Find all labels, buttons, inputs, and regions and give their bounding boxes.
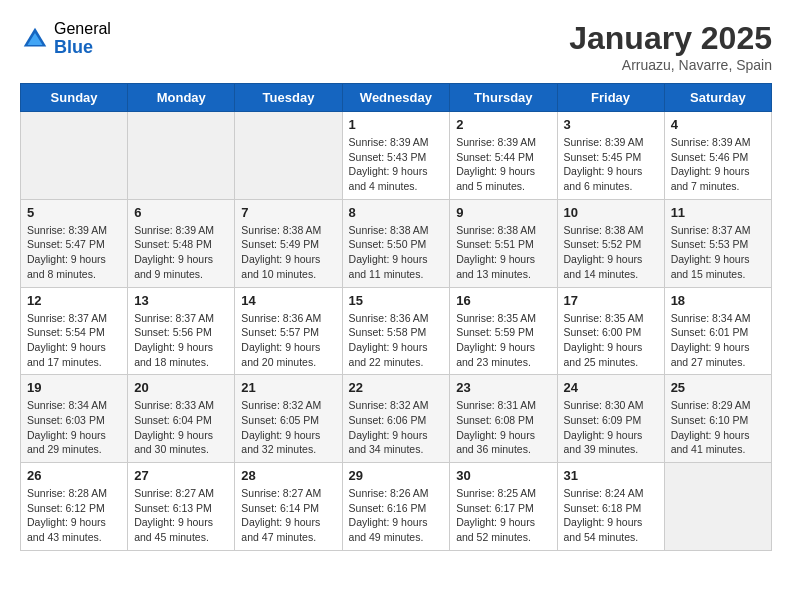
calendar-cell: 25 Sunrise: 8:29 AM Sunset: 6:10 PM Dayl… [664, 375, 771, 463]
day-number: 1 [349, 117, 444, 132]
day-info: Sunrise: 8:34 AM Sunset: 6:01 PM Dayligh… [671, 311, 765, 370]
weekday-header: Sunday [21, 84, 128, 112]
day-number: 2 [456, 117, 550, 132]
day-number: 29 [349, 468, 444, 483]
calendar-cell: 7 Sunrise: 8:38 AM Sunset: 5:49 PM Dayli… [235, 199, 342, 287]
calendar-cell: 16 Sunrise: 8:35 AM Sunset: 5:59 PM Dayl… [450, 287, 557, 375]
day-info: Sunrise: 8:34 AM Sunset: 6:03 PM Dayligh… [27, 398, 121, 457]
logo-blue: Blue [54, 38, 111, 58]
day-info: Sunrise: 8:39 AM Sunset: 5:43 PM Dayligh… [349, 135, 444, 194]
day-number: 31 [564, 468, 658, 483]
day-number: 19 [27, 380, 121, 395]
day-number: 10 [564, 205, 658, 220]
day-number: 24 [564, 380, 658, 395]
day-info: Sunrise: 8:35 AM Sunset: 6:00 PM Dayligh… [564, 311, 658, 370]
calendar-cell: 2 Sunrise: 8:39 AM Sunset: 5:44 PM Dayli… [450, 112, 557, 200]
day-info: Sunrise: 8:36 AM Sunset: 5:57 PM Dayligh… [241, 311, 335, 370]
calendar-cell: 20 Sunrise: 8:33 AM Sunset: 6:04 PM Dayl… [128, 375, 235, 463]
day-number: 23 [456, 380, 550, 395]
day-info: Sunrise: 8:27 AM Sunset: 6:13 PM Dayligh… [134, 486, 228, 545]
title-block: January 2025 Arruazu, Navarre, Spain [569, 20, 772, 73]
day-info: Sunrise: 8:37 AM Sunset: 5:56 PM Dayligh… [134, 311, 228, 370]
calendar-week-row: 12 Sunrise: 8:37 AM Sunset: 5:54 PM Dayl… [21, 287, 772, 375]
day-number: 16 [456, 293, 550, 308]
day-info: Sunrise: 8:39 AM Sunset: 5:44 PM Dayligh… [456, 135, 550, 194]
calendar-cell: 19 Sunrise: 8:34 AM Sunset: 6:03 PM Dayl… [21, 375, 128, 463]
calendar-cell: 23 Sunrise: 8:31 AM Sunset: 6:08 PM Dayl… [450, 375, 557, 463]
day-info: Sunrise: 8:39 AM Sunset: 5:48 PM Dayligh… [134, 223, 228, 282]
logo: General Blue [20, 20, 111, 57]
calendar-cell: 6 Sunrise: 8:39 AM Sunset: 5:48 PM Dayli… [128, 199, 235, 287]
day-number: 30 [456, 468, 550, 483]
day-number: 3 [564, 117, 658, 132]
weekday-header: Friday [557, 84, 664, 112]
day-info: Sunrise: 8:37 AM Sunset: 5:53 PM Dayligh… [671, 223, 765, 282]
day-info: Sunrise: 8:38 AM Sunset: 5:51 PM Dayligh… [456, 223, 550, 282]
calendar-cell [21, 112, 128, 200]
weekday-header-row: SundayMondayTuesdayWednesdayThursdayFrid… [21, 84, 772, 112]
calendar-cell: 18 Sunrise: 8:34 AM Sunset: 6:01 PM Dayl… [664, 287, 771, 375]
day-number: 26 [27, 468, 121, 483]
calendar-week-row: 26 Sunrise: 8:28 AM Sunset: 6:12 PM Dayl… [21, 463, 772, 551]
calendar-week-row: 5 Sunrise: 8:39 AM Sunset: 5:47 PM Dayli… [21, 199, 772, 287]
day-info: Sunrise: 8:25 AM Sunset: 6:17 PM Dayligh… [456, 486, 550, 545]
day-number: 21 [241, 380, 335, 395]
calendar-cell: 17 Sunrise: 8:35 AM Sunset: 6:00 PM Dayl… [557, 287, 664, 375]
day-info: Sunrise: 8:37 AM Sunset: 5:54 PM Dayligh… [27, 311, 121, 370]
calendar-cell [128, 112, 235, 200]
calendar-week-row: 1 Sunrise: 8:39 AM Sunset: 5:43 PM Dayli… [21, 112, 772, 200]
calendar-cell: 8 Sunrise: 8:38 AM Sunset: 5:50 PM Dayli… [342, 199, 450, 287]
day-info: Sunrise: 8:28 AM Sunset: 6:12 PM Dayligh… [27, 486, 121, 545]
day-number: 6 [134, 205, 228, 220]
calendar-cell: 30 Sunrise: 8:25 AM Sunset: 6:17 PM Dayl… [450, 463, 557, 551]
day-info: Sunrise: 8:36 AM Sunset: 5:58 PM Dayligh… [349, 311, 444, 370]
calendar-cell: 29 Sunrise: 8:26 AM Sunset: 6:16 PM Dayl… [342, 463, 450, 551]
calendar-cell: 22 Sunrise: 8:32 AM Sunset: 6:06 PM Dayl… [342, 375, 450, 463]
calendar-cell: 28 Sunrise: 8:27 AM Sunset: 6:14 PM Dayl… [235, 463, 342, 551]
calendar-cell: 4 Sunrise: 8:39 AM Sunset: 5:46 PM Dayli… [664, 112, 771, 200]
day-number: 7 [241, 205, 335, 220]
day-info: Sunrise: 8:33 AM Sunset: 6:04 PM Dayligh… [134, 398, 228, 457]
calendar-week-row: 19 Sunrise: 8:34 AM Sunset: 6:03 PM Dayl… [21, 375, 772, 463]
day-number: 5 [27, 205, 121, 220]
day-number: 11 [671, 205, 765, 220]
day-info: Sunrise: 8:29 AM Sunset: 6:10 PM Dayligh… [671, 398, 765, 457]
calendar-cell: 10 Sunrise: 8:38 AM Sunset: 5:52 PM Dayl… [557, 199, 664, 287]
calendar-cell [235, 112, 342, 200]
calendar-cell: 21 Sunrise: 8:32 AM Sunset: 6:05 PM Dayl… [235, 375, 342, 463]
day-info: Sunrise: 8:26 AM Sunset: 6:16 PM Dayligh… [349, 486, 444, 545]
day-info: Sunrise: 8:30 AM Sunset: 6:09 PM Dayligh… [564, 398, 658, 457]
calendar-cell: 31 Sunrise: 8:24 AM Sunset: 6:18 PM Dayl… [557, 463, 664, 551]
day-info: Sunrise: 8:39 AM Sunset: 5:45 PM Dayligh… [564, 135, 658, 194]
day-number: 8 [349, 205, 444, 220]
calendar-cell: 3 Sunrise: 8:39 AM Sunset: 5:45 PM Dayli… [557, 112, 664, 200]
day-info: Sunrise: 8:31 AM Sunset: 6:08 PM Dayligh… [456, 398, 550, 457]
day-number: 17 [564, 293, 658, 308]
day-info: Sunrise: 8:32 AM Sunset: 6:06 PM Dayligh… [349, 398, 444, 457]
calendar-cell: 9 Sunrise: 8:38 AM Sunset: 5:51 PM Dayli… [450, 199, 557, 287]
day-info: Sunrise: 8:39 AM Sunset: 5:47 PM Dayligh… [27, 223, 121, 282]
calendar-cell: 5 Sunrise: 8:39 AM Sunset: 5:47 PM Dayli… [21, 199, 128, 287]
day-number: 20 [134, 380, 228, 395]
calendar-subtitle: Arruazu, Navarre, Spain [569, 57, 772, 73]
day-number: 4 [671, 117, 765, 132]
day-number: 18 [671, 293, 765, 308]
day-number: 27 [134, 468, 228, 483]
calendar-table: SundayMondayTuesdayWednesdayThursdayFrid… [20, 83, 772, 551]
day-info: Sunrise: 8:38 AM Sunset: 5:49 PM Dayligh… [241, 223, 335, 282]
logo-general: General [54, 20, 111, 38]
day-number: 14 [241, 293, 335, 308]
calendar-cell: 15 Sunrise: 8:36 AM Sunset: 5:58 PM Dayl… [342, 287, 450, 375]
day-info: Sunrise: 8:32 AM Sunset: 6:05 PM Dayligh… [241, 398, 335, 457]
calendar-cell: 26 Sunrise: 8:28 AM Sunset: 6:12 PM Dayl… [21, 463, 128, 551]
weekday-header: Saturday [664, 84, 771, 112]
day-info: Sunrise: 8:38 AM Sunset: 5:52 PM Dayligh… [564, 223, 658, 282]
calendar-cell: 12 Sunrise: 8:37 AM Sunset: 5:54 PM Dayl… [21, 287, 128, 375]
calendar-cell: 1 Sunrise: 8:39 AM Sunset: 5:43 PM Dayli… [342, 112, 450, 200]
day-info: Sunrise: 8:38 AM Sunset: 5:50 PM Dayligh… [349, 223, 444, 282]
day-number: 28 [241, 468, 335, 483]
day-number: 25 [671, 380, 765, 395]
logo-text: General Blue [54, 20, 111, 57]
calendar-cell: 11 Sunrise: 8:37 AM Sunset: 5:53 PM Dayl… [664, 199, 771, 287]
day-number: 22 [349, 380, 444, 395]
